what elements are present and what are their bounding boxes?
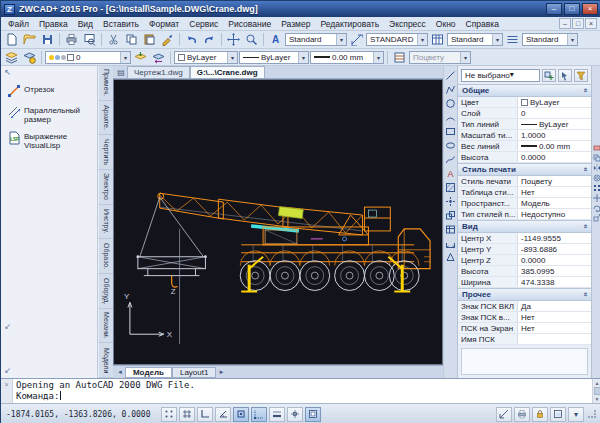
undo-button[interactable] (183, 32, 200, 47)
property-value[interactable]: 1.0000 (518, 130, 591, 140)
command-lines[interactable]: Opening an AutoCAD 2000 DWG File. Команд… (13, 379, 592, 403)
table-style-button[interactable] (429, 32, 446, 47)
minimize-button[interactable]: – (546, 3, 562, 15)
menu-format[interactable]: Формат (144, 19, 184, 29)
property-value[interactable] (518, 334, 591, 344)
property-value[interactable]: Нет (518, 187, 591, 197)
menu-insert[interactable]: Вставить (98, 19, 144, 29)
property-value[interactable]: Нет (518, 312, 591, 322)
property-value[interactable]: 385.0995 (518, 266, 591, 276)
make-layer-current-button[interactable] (132, 50, 149, 65)
block-tool-button[interactable] (444, 209, 457, 222)
match-properties-button[interactable] (159, 32, 176, 47)
circle-tool-button[interactable] (444, 97, 457, 110)
palette-tab-modeling[interactable]: Модели (98, 343, 113, 378)
table-tool-button[interactable] (444, 223, 457, 236)
layout1-tab[interactable]: Layout1 (172, 367, 216, 378)
resize-grip[interactable] (588, 410, 596, 418)
layout-tab-next-icon[interactable]: ► (216, 369, 226, 375)
paste-button[interactable] (141, 32, 158, 47)
plot-button[interactable] (63, 32, 80, 47)
cut-button[interactable] (105, 32, 122, 47)
drawing-canvas[interactable]: Z (113, 79, 443, 365)
property-value[interactable]: 0.0000 (518, 152, 591, 162)
previous-layer-button[interactable] (150, 50, 167, 65)
doc-tab-crane[interactable]: G:\...\Crane.dwg (190, 66, 265, 78)
property-value[interactable]: -893.6886 (518, 244, 591, 254)
print-preview-button[interactable] (81, 32, 98, 47)
palette-tab-annotation[interactable]: Примеч. (98, 66, 113, 101)
palette-tab-equipment[interactable]: Оборуд. (98, 274, 113, 309)
property-value[interactable]: Да (518, 301, 591, 311)
palette-tab-drafting[interactable]: Чертить (98, 135, 113, 170)
rotate-tool-button[interactable] (593, 204, 600, 212)
ellipse-tool-button[interactable] (444, 139, 457, 152)
property-value[interactable]: Поцвету (518, 176, 591, 186)
section-general[interactable]: Общие« (458, 84, 591, 97)
menu-help[interactable]: Справка (461, 19, 504, 29)
spline-tool-button[interactable] (444, 153, 457, 166)
ortho-toggle[interactable] (197, 407, 213, 422)
hatch-tool-button[interactable] (444, 181, 457, 194)
redo-button[interactable] (201, 32, 218, 47)
model-space-toggle[interactable] (305, 407, 321, 422)
table-style-select[interactable]: Standard▾ (447, 33, 503, 46)
layout-tab-prev-icon[interactable]: ◄ (115, 369, 125, 375)
palette-tab-hatches[interactable]: Образо. (98, 239, 113, 274)
property-value[interactable]: 0.0000 (518, 255, 591, 265)
child-restore-button[interactable]: □ (572, 18, 584, 29)
etrack-toggle[interactable] (251, 407, 267, 422)
palette-tab-instrument[interactable]: Инстру. (98, 205, 113, 240)
text-style-select[interactable]: Standard▾ (285, 33, 347, 46)
property-value[interactable]: ByLayer (518, 97, 591, 107)
property-value[interactable]: 0 (518, 108, 591, 118)
scale-tool-button[interactable] (593, 214, 600, 222)
plot-style-select[interactable]: Поцвету▾ (409, 51, 471, 64)
menu-file[interactable]: Файл (3, 19, 34, 29)
polyline-tool-button[interactable] (444, 83, 457, 96)
mline-style-button[interactable] (504, 32, 521, 47)
line-tool-button[interactable] (444, 69, 457, 82)
selection-filter-select[interactable]: Не выбрано▾ (461, 69, 540, 82)
select-objects-button[interactable] (558, 69, 572, 82)
property-value[interactable]: Недоступно (518, 209, 591, 219)
layer-states-button[interactable] (21, 50, 38, 65)
command-scrollbar[interactable]: ▲ ▼ (592, 379, 600, 403)
snap-toggle[interactable] (161, 407, 177, 422)
property-value[interactable]: 0.00 mm (518, 141, 591, 151)
property-value[interactable]: Нет (518, 323, 591, 333)
plot-style-button[interactable] (391, 50, 408, 65)
toggle-pickadd-button[interactable] (542, 69, 556, 82)
text-style-button[interactable]: A (267, 32, 284, 47)
child-minimize-button[interactable]: – (559, 18, 571, 29)
linetype-select[interactable]: ByLayer▾ (239, 51, 309, 64)
palette-item-line[interactable]: Отрезок (1, 80, 97, 101)
mline-style-select[interactable]: Standard▾ (522, 33, 578, 46)
menu-tools[interactable]: Сервис (184, 19, 223, 29)
color-select[interactable]: ByLayer▾ (174, 51, 238, 64)
region-tool-button[interactable] (444, 251, 457, 264)
grid-toggle[interactable] (179, 407, 195, 422)
dim-style-button[interactable] (348, 32, 365, 47)
zoom-button[interactable] (243, 32, 260, 47)
command-close-icon[interactable]: × (4, 381, 8, 388)
arc-tool-button[interactable] (444, 111, 457, 124)
palette-scroll-up-button[interactable]: ↖ (2, 67, 13, 78)
scroll-down-icon[interactable]: ▼ (595, 396, 600, 402)
property-value[interactable]: Модель (518, 198, 591, 208)
menu-dimension[interactable]: Размер (276, 19, 315, 29)
dimension-tool-button[interactable] (444, 237, 457, 250)
child-close-button[interactable]: × (585, 18, 597, 29)
property-value[interactable]: 474.3338 (518, 277, 591, 287)
palette-tab-electrical[interactable]: Электро (98, 170, 113, 205)
mirror-tool-button[interactable] (593, 164, 600, 172)
palette-item-aligned-dimension[interactable]: Параллельный размер (1, 101, 97, 127)
property-value[interactable]: ByLayer (518, 119, 591, 129)
close-button[interactable]: × (582, 3, 598, 15)
erase-tool-button[interactable] (593, 144, 600, 152)
scrollbar-thumb[interactable] (594, 387, 600, 395)
model-tab[interactable]: Модель (125, 367, 172, 378)
point-tool-button[interactable] (444, 195, 457, 208)
palette-item-visuallisp[interactable]: LSP Выражение VisualLisp (1, 127, 97, 153)
new-file-button[interactable] (3, 32, 20, 47)
